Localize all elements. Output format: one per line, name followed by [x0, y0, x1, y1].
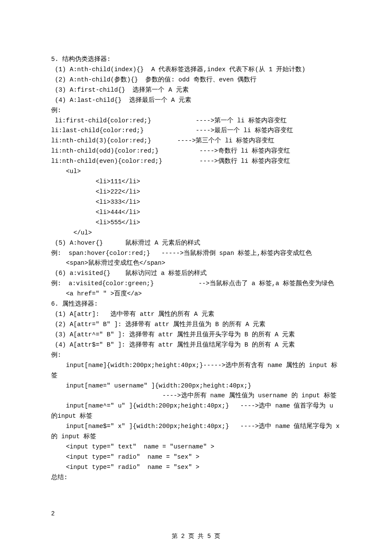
- text-line: <li>333</li>: [51, 197, 341, 208]
- text-line: <li>444</li>: [51, 208, 341, 218]
- text-line: (4) A[attr$=" B" ]: 选择带有 attr 属性并且值结尾字母为…: [51, 340, 341, 350]
- text-line: li:nth-child(odd){color:red;} ---->奇数行 l…: [51, 146, 341, 156]
- text-line: <ul>: [51, 167, 341, 177]
- page-number-center: 第 2 页 共 5 页: [0, 532, 392, 541]
- text-line: li:nth-child(even){color:red;} ---->偶数行 …: [51, 156, 341, 167]
- text-line: input[name$=" x" ]{width:200px;height:40…: [51, 422, 341, 442]
- text-line: <li>111</li>: [51, 177, 341, 187]
- text-line: (6) a:visited{} 鼠标访问过 a 标签后的样式: [51, 269, 341, 279]
- text-line: 例: span:hover{color:red;} ----->当鼠标滑倒 sp…: [51, 249, 341, 259]
- text-line: 总结:: [51, 473, 341, 483]
- text-line: <input type=" text" name = "username" >: [51, 442, 341, 452]
- text-line: li:nth-child(3){color:red;} ---->第三个个 li…: [51, 136, 341, 146]
- text-line: input[name=" username" ]{width:200px;hei…: [51, 381, 341, 391]
- text-line: </ul>: [51, 228, 341, 238]
- text-line: (1) A:nth-child(index){} A 代表标签选择器,index…: [51, 65, 341, 75]
- text-line: li:last-child{color:red;} ---->最后一个 li 标…: [51, 126, 341, 136]
- document-body: 5. 结构伪类选择器: (1) A:nth-child(index){} A 代…: [51, 55, 341, 483]
- page-number-left: 2: [51, 509, 55, 519]
- text-line: 5. 结构伪类选择器:: [51, 55, 341, 65]
- text-line: input[name]{width:200px;height:40px;}---…: [51, 361, 341, 381]
- text-line: (5) A:hover{} 鼠标滑过 A 元素后的样式: [51, 238, 341, 249]
- text-line: 例:: [51, 106, 341, 116]
- document-page: 5. 结构伪类选择器: (1) A:nth-child(index){} A 代…: [0, 0, 392, 500]
- text-line: (3) A[attr^=" B" ]: 选择带有 attr 属性并且值开头字母为…: [51, 330, 341, 340]
- text-line: (1) A[attr]: 选中带有 attr 属性的所有 A 元素: [51, 309, 341, 320]
- text-line: (2) A[attr=" B" ]: 选择带有 attr 属性并且值为 B 的所…: [51, 320, 341, 330]
- text-line: <input type=" radio" name = "sex" >: [51, 462, 341, 473]
- text-line: 例: a:visited{color:green;} -->当鼠标点击了 a 标…: [51, 279, 341, 289]
- text-line: <li>222</li>: [51, 187, 341, 197]
- text-line: (2) A:nth-child(参数){} 参数的值: odd 奇数行、even…: [51, 75, 341, 85]
- text-line: <span>鼠标滑过变成红色</span>: [51, 258, 341, 269]
- text-line: (3) A:first-child{} 选择第一个 A 元素: [51, 85, 341, 95]
- text-line: <input type=" radio" name = "sex" >: [51, 452, 341, 462]
- text-line: <a href=" " >百度</a>: [51, 289, 341, 299]
- text-line: li:first-child{color:red;} ---->第一个 li 标…: [51, 116, 341, 126]
- text-line: 例:: [51, 350, 341, 361]
- text-line: <li>555</li>: [51, 218, 341, 228]
- text-line: 6. 属性选择器:: [51, 299, 341, 309]
- text-line: input[name^=" u" ]{width:200px;height:40…: [51, 401, 341, 422]
- text-line: (4) A:last-child{} 选择最后一个 A 元素: [51, 95, 341, 106]
- text-line: ---->选中所有 name 属性值为 username 的 input 标签: [51, 391, 341, 401]
